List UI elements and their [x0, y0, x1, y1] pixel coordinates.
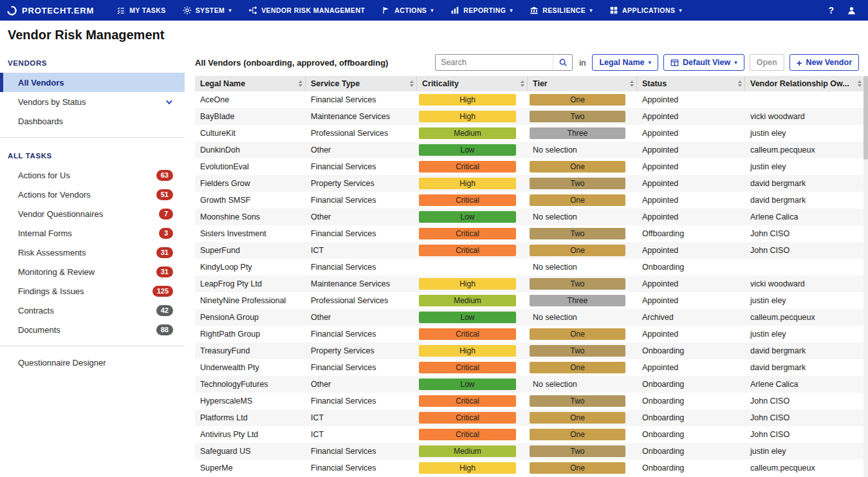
nav-item-reporting[interactable]: REPORTING▾ [442, 0, 521, 21]
table-row[interactable]: NinetyNine ProfessionalProfessional Serv… [195, 292, 864, 309]
search-button[interactable] [553, 55, 572, 70]
sidebar-item-vendors-by-status[interactable]: Vendors by Status [0, 92, 185, 111]
protecht-logo-icon [6, 5, 17, 16]
new-vendor-button[interactable]: + New Vendor [790, 54, 859, 71]
count-badge: 125 [152, 286, 173, 297]
table-row[interactable]: SuperFundICTCriticalOneAppointedJohn CIS… [195, 242, 864, 259]
nav-item-system[interactable]: SYSTEM▾ [174, 0, 241, 21]
nav-item-applications[interactable]: APPLICATIONS▾ [601, 0, 690, 21]
sidebar-item-findings-issues[interactable]: Findings & Issues125 [0, 281, 185, 301]
sidebar-item-dashboards[interactable]: Dashboards [0, 111, 185, 131]
chevron-down-icon[interactable] [166, 98, 172, 104]
tier-badge: Two [530, 395, 625, 407]
nav-item-my-tasks[interactable]: MY TASKS [108, 0, 174, 21]
gear-icon [183, 6, 192, 15]
table-row[interactable]: LeapFrog Pty LtdMaintenance ServicesHigh… [195, 276, 864, 292]
table-row[interactable]: Underwealth PtyFinancial ServicesCritica… [195, 359, 864, 376]
cell-criticality: Medium [417, 127, 528, 139]
sidebar-item-actions-for-vendors[interactable]: Actions for Vendors51 [0, 185, 185, 204]
cell-legal-name: Safeguard US [195, 447, 306, 456]
nav-item-actions[interactable]: ACTIONS▾ [373, 0, 442, 21]
sidebar-item-internal-forms[interactable]: Internal Forms3 [0, 223, 185, 243]
nav-item-resilience[interactable]: RESILIENCE▾ [521, 0, 601, 21]
help-icon[interactable]: ? [828, 5, 834, 15]
table-row[interactable]: HyperscaleMSFinancial ServicesCriticalTw… [195, 393, 864, 409]
count-badge: 3 [159, 228, 173, 239]
table-row[interactable]: SuperMeFinancial ServicesHighOneOnboardi… [195, 460, 864, 476]
nav-item-label: APPLICATIONS [622, 6, 675, 14]
table-row[interactable]: TreasuryFundProperty ServicesHighTwoOnbo… [195, 342, 864, 359]
scrollbar-thumb[interactable] [863, 76, 868, 160]
cell-status: Appointed [637, 212, 745, 221]
cell-tier: Three [528, 127, 637, 139]
cell-owner: calleum.pecqueux [745, 463, 864, 472]
tier-badge: One [530, 94, 625, 106]
scrollbar[interactable] [863, 76, 868, 477]
table-row[interactable]: Growth SMSFFinancial ServicesCriticalOne… [195, 192, 864, 209]
sort-icon[interactable] [295, 80, 302, 87]
nav-item-vendor-risk-management[interactable]: VENDOR RISK MANAGEMENT [240, 0, 373, 21]
open-button[interactable]: Open [750, 54, 784, 71]
user-icon[interactable] [847, 6, 856, 15]
sidebar-item-all-vendors[interactable]: All Vendors [0, 73, 185, 92]
table-row[interactable]: EvolutionEvalFinancial ServicesCriticalO… [195, 158, 864, 175]
search-field-dropdown[interactable]: Legal Name ▾ [592, 54, 658, 71]
table-row[interactable]: Moonshine SonsOtherLowNo selectionAppoin… [195, 209, 864, 225]
default-view-dropdown[interactable]: Default View ▾ [663, 54, 744, 71]
table-row[interactable]: KindyLoop PtyFinancial ServicesNo select… [195, 259, 864, 276]
table-row[interactable]: BayBladeMaintenance ServicesHighTwoAppoi… [195, 108, 864, 125]
sidebar-item-monitoring-review[interactable]: Monitoring & Review31 [0, 262, 185, 281]
cell-owner: justin eley [745, 330, 864, 339]
table-row[interactable]: AceOneFinancial ServicesHighOneAppointed [195, 91, 864, 108]
table-row[interactable]: Fielders GrowProperty ServicesHighTwoApp… [195, 175, 864, 192]
table-row[interactable]: CultureKitProfessional ServicesMediumThr… [195, 125, 864, 142]
cell-status: Onboarding [637, 413, 745, 422]
table-row[interactable]: DunkinDohOtherLowNo selectionAppointedca… [195, 142, 864, 158]
chevron-down-icon: ▾ [510, 8, 513, 14]
cell-tier: No selection [528, 212, 637, 221]
table-row[interactable]: Platforms LtdICTCriticalOneOnboardingJoh… [195, 409, 864, 426]
column-header-vendor-relationship-ow[interactable]: Vendor Relationship Ow... [745, 76, 864, 91]
column-header-legal-name[interactable]: Legal Name [195, 76, 306, 91]
divider [0, 137, 185, 138]
column-header-criticality[interactable]: Criticality [417, 76, 528, 91]
search-icon [559, 58, 568, 67]
table-row[interactable]: Sisters InvestmentFinancial ServicesCrit… [195, 225, 864, 242]
table-row[interactable]: TechnologyFuturesOtherLowNo selectionOnb… [195, 376, 864, 393]
sort-icon[interactable] [735, 80, 742, 87]
sort-icon[interactable] [517, 80, 524, 87]
no-selection-label: No selection [533, 313, 577, 322]
count-badge: 51 [156, 189, 173, 200]
nav-item-label: ACTIONS [394, 6, 427, 14]
cell-criticality: Medium [417, 445, 528, 457]
table-row[interactable]: PensionA GroupOtherLowNo selectionArchiv… [195, 309, 864, 326]
sidebar-item-contracts[interactable]: Contracts42 [0, 301, 185, 320]
cell-criticality: High [417, 94, 528, 106]
table-row[interactable]: Antivirus Pty LtdICTCriticalOneOnboardin… [195, 426, 864, 443]
table-row[interactable]: RightPath GroupFinancial ServicesCritica… [195, 326, 864, 342]
column-header-status[interactable]: Status [637, 76, 745, 91]
search-input[interactable] [436, 58, 553, 67]
count-badge: 31 [156, 247, 173, 258]
sort-icon[interactable] [627, 80, 634, 87]
workflow-icon [248, 6, 257, 15]
sidebar-item-documents[interactable]: Documents88 [0, 320, 185, 339]
cell-owner: John CISO [745, 430, 864, 439]
criticality-badge: Critical [419, 429, 516, 440]
brand[interactable]: PROTECHT.ERM [6, 5, 94, 16]
sidebar-item-vendor-questionnaires[interactable]: Vendor Questionnaires7 [0, 204, 185, 223]
sidebar-item-actions-for-us[interactable]: Actions for Us63 [0, 165, 185, 185]
criticality-badge: Critical [419, 395, 516, 407]
column-header-service-type[interactable]: Service Type [306, 76, 417, 91]
sidebar-item-questionnaire-designer[interactable]: Questionnaire Designer [0, 353, 185, 372]
cell-status: Appointed [637, 162, 745, 171]
sidebar-item-risk-assessments[interactable]: Risk Assessments31 [0, 243, 185, 262]
column-header-tier[interactable]: Tier [528, 76, 637, 91]
cell-tier: Three [528, 295, 637, 306]
chevron-down-icon: ▾ [734, 60, 737, 66]
table-row[interactable]: Safeguard USFinancial ServicesMediumTwoO… [195, 443, 864, 460]
sort-icon[interactable] [407, 80, 414, 87]
sort-icon[interactable] [854, 80, 862, 87]
cell-criticality: Critical [417, 245, 528, 256]
criticality-badge: High [419, 111, 516, 122]
